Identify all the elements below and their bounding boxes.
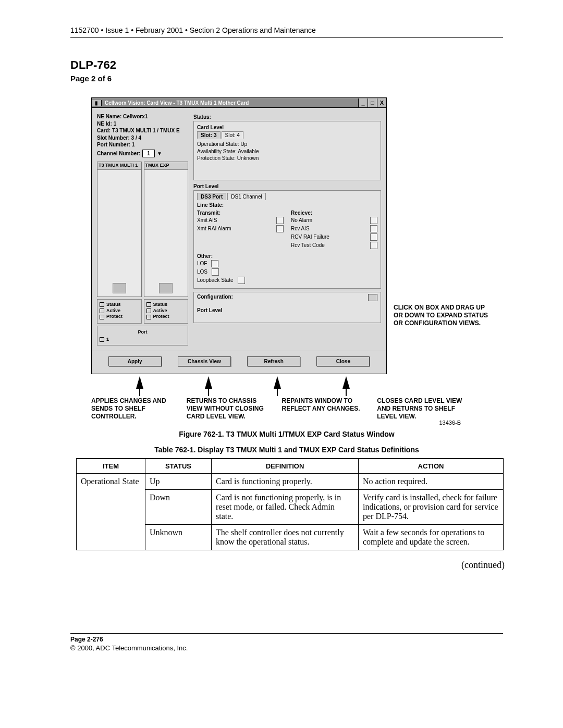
- ne-name: NE Name: Cellworx1: [97, 113, 188, 120]
- no-alarm-check[interactable]: [370, 217, 377, 224]
- page-indicator: Page 2 of 6: [70, 74, 503, 83]
- lof-check[interactable]: [211, 260, 218, 267]
- figure-wrapper: CLICK ON BOX AND DRAG UP OR DOWN TO EXPA…: [91, 97, 464, 426]
- closewin-button[interactable]: X: [377, 98, 386, 107]
- arrow-apply-icon: [136, 376, 143, 389]
- recieve-label: Recieve:: [291, 210, 377, 216]
- callout-close: CLOSES CARD LEVEL VIEW AND RETURNS TO SH…: [377, 397, 464, 421]
- config-label: Configuration:: [197, 294, 233, 300]
- port-number: Port Number: 1: [97, 141, 188, 149]
- callout-apply: APPLIES CHANGES AND SENDS TO SHELF CONTR…: [91, 397, 178, 421]
- card-column-1[interactable]: T3 TMUX MULTI 1: [97, 162, 142, 297]
- card-view-window: ▮ Cellworx Vision: Card View - T3 TMUX M…: [91, 97, 387, 374]
- config-box: Configuration: Port Level: [193, 292, 381, 323]
- sysmenu-icon[interactable]: ▮: [92, 100, 102, 106]
- slot-number: Slot Number: 3 / 4: [97, 134, 188, 142]
- tab-ds3[interactable]: DS3 Port: [197, 193, 226, 200]
- transmit-label: Transmit:: [197, 210, 284, 216]
- callout-chassis: RETURNS TO CHASSIS VIEW WITHOUT CLOSING …: [187, 397, 274, 421]
- tab-slot3[interactable]: Slot: 3: [197, 131, 221, 139]
- loopback-check[interactable]: [238, 277, 245, 284]
- port1-led: [100, 337, 104, 342]
- prot-state: Protection State: Unknown: [197, 155, 377, 162]
- ne-id: NE Id: 1: [97, 120, 188, 128]
- rcv-ais-check[interactable]: [370, 225, 377, 232]
- status-led: [100, 302, 104, 307]
- th-definition: DEFINITION: [212, 459, 359, 474]
- op-state: Operational State: Up: [197, 141, 377, 148]
- portlevel-label: Port Level: [193, 183, 381, 189]
- line-state-label: Line State:: [197, 202, 377, 208]
- minimize-button[interactable]: _: [358, 98, 368, 107]
- card-col2-header: TMUX EXP: [144, 162, 188, 170]
- continued-label: (continued): [70, 560, 505, 571]
- definitions-table: ITEM STATUS DEFINITION ACTION Operationa…: [76, 458, 504, 550]
- rcv-rai-check[interactable]: [370, 233, 377, 241]
- xmt-rai-check[interactable]: [276, 225, 284, 232]
- table-caption: Table 762-1. Display T3 TMUX Multi 1 and…: [70, 446, 503, 454]
- card-col1-header: T3 TMUX MULTI 1: [97, 162, 141, 170]
- th-status: STATUS: [145, 459, 212, 474]
- callout-refresh: REPAINTS WINDOW TO REFLECT ANY CHANGES.: [282, 397, 369, 421]
- card-column-2[interactable]: TMUX EXP: [144, 162, 189, 297]
- figure-caption: Figure 762-1. T3 TMUX Multi 1/TMUX EXP C…: [70, 430, 503, 438]
- refresh-button[interactable]: Refresh: [247, 356, 300, 366]
- card1-slot-icon: [113, 283, 126, 293]
- th-action: ACTION: [359, 459, 504, 474]
- active-led: [100, 309, 104, 313]
- close-button[interactable]: Close: [316, 356, 370, 366]
- footer-page: Page 2-276: [70, 636, 503, 643]
- cardlevel-label: Card Level: [197, 125, 377, 130]
- drag-handle[interactable]: [368, 294, 377, 301]
- doc-header: 1152700 • Issue 1 • February 2001 • Sect…: [70, 26, 503, 38]
- page-title: DLP-762: [70, 58, 503, 72]
- port-level-box: DS3 Port DS1 Channel Line State: Transmi…: [193, 190, 381, 289]
- config-port-level: Port Level: [197, 307, 377, 313]
- arrow-close-icon: [342, 376, 350, 389]
- rcv-test-check[interactable]: [370, 242, 377, 249]
- arrow-refresh-icon: [274, 376, 281, 389]
- chassis-view-button[interactable]: Chassis View: [178, 356, 231, 366]
- channel-label: Channel Number:: [97, 150, 140, 157]
- page-footer: Page 2-276 © 2000, ADC Telecommunication…: [70, 633, 503, 652]
- th-item: ITEM: [77, 459, 145, 474]
- port1-label[interactable]: 1: [106, 337, 109, 342]
- tab-slot4[interactable]: Slot: 4: [222, 131, 243, 139]
- los-check[interactable]: [212, 268, 219, 276]
- avail-state: Availability State: Available: [197, 148, 377, 155]
- td-item-op: Operational State: [77, 474, 145, 550]
- card-name: Card: T3 TMUX MULTI 1 / TMUX E: [97, 127, 188, 134]
- channel-select[interactable]: 1: [142, 150, 155, 158]
- maximize-button[interactable]: □: [368, 98, 377, 107]
- xmit-ais-check[interactable]: [276, 217, 284, 224]
- other-label: Other:: [197, 253, 377, 259]
- port-list-label: Port: [100, 328, 186, 336]
- drag-note: CLICK ON BOX AND DRAG UP OR DOWN TO EXPA…: [394, 304, 493, 327]
- card2-slot-icon: [159, 283, 173, 293]
- dropdown-icon[interactable]: ▼: [157, 150, 162, 157]
- tab-ds1[interactable]: DS1 Channel: [227, 193, 265, 200]
- status-header: Status:: [193, 114, 381, 120]
- footer-copyright: © 2000, ADC Telecommunications, Inc.: [70, 644, 503, 652]
- apply-button[interactable]: Apply: [108, 356, 162, 366]
- window-title: Cellworx Vision: Card View - T3 TMUX Mul…: [102, 100, 358, 106]
- arrow-chassis-icon: [205, 376, 212, 389]
- protect-led: [100, 315, 104, 319]
- card-level-box: Card Level Slot: 3 Slot: 4 Operational S…: [193, 121, 381, 180]
